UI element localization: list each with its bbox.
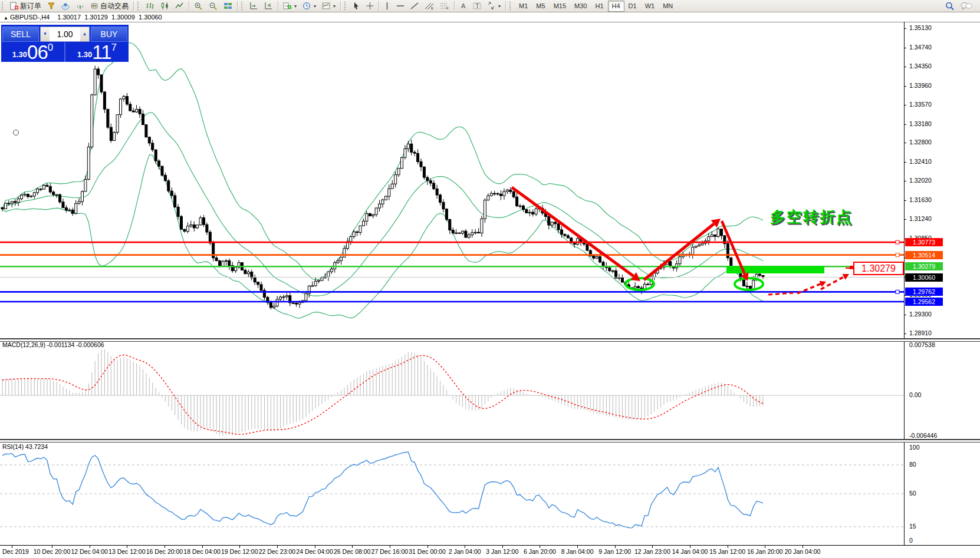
time-axis-label: 16 Dec 20:00 <box>146 548 183 555</box>
toolbar-grip[interactable] <box>2 2 5 10</box>
line-handle[interactable] <box>896 253 899 257</box>
tf-m30[interactable]: M30 <box>570 1 591 12</box>
cursor-icon <box>353 2 360 10</box>
circle-object-marker[interactable] <box>13 130 19 136</box>
search-icon <box>945 2 955 11</box>
vertical-line-button[interactable] <box>381 0 393 12</box>
time-axis-tick <box>465 546 465 548</box>
macd-histogram <box>2 349 763 435</box>
red-trend-arrow[interactable] <box>768 293 793 295</box>
text-icon: A <box>459 2 467 10</box>
channel-button[interactable]: E <box>422 0 437 12</box>
volume-down-button[interactable]: ▼ <box>41 27 50 41</box>
periods-button[interactable]: ▾ <box>300 0 319 12</box>
search-button[interactable] <box>942 0 958 12</box>
community-button[interactable] <box>58 0 73 12</box>
tf-m5[interactable]: M5 <box>532 1 549 12</box>
line-chart-button[interactable] <box>172 0 187 12</box>
panel-divider-rsi[interactable] <box>0 439 980 443</box>
time-axis-label: 9 Jan 12:00 <box>598 548 631 555</box>
time-axis-label: 16 Jan 20:00 <box>747 548 783 555</box>
tf-h1[interactable]: H1 <box>591 1 607 12</box>
templates-button[interactable]: ▾ <box>319 0 338 12</box>
time-axis-label: 19 Dec 12:00 <box>221 548 258 555</box>
candle-chart-button[interactable] <box>157 0 172 12</box>
macd-panel[interactable] <box>0 341 904 439</box>
panel-divider-macd[interactable] <box>0 338 980 342</box>
red-trend-arrow[interactable] <box>644 224 714 280</box>
auto-scroll-button[interactable] <box>246 0 261 12</box>
indicators-plus-icon <box>283 2 292 10</box>
chat-button[interactable] <box>958 0 975 12</box>
autotrading-button[interactable]: 自动交易 <box>87 0 131 12</box>
sell-button[interactable]: SELL <box>2 27 39 42</box>
new-order-button[interactable]: 新订单 <box>7 0 44 12</box>
price-axis[interactable]: 1.307731.305141.302791.300601.297621.295… <box>904 0 980 558</box>
cursor-button[interactable] <box>350 0 363 12</box>
price-tickmark <box>904 315 906 315</box>
bb-lower <box>2 155 763 318</box>
buy-price[interactable]: 1.30 11 7 <box>65 42 129 62</box>
bar-chart-button[interactable] <box>143 0 157 12</box>
line-chart-icon <box>175 2 184 10</box>
time-axis[interactable]: Dec 201910 Dec 20:0012 Dec 04:0013 Dec 1… <box>0 546 980 558</box>
text-label-button[interactable]: T <box>470 0 484 12</box>
sell-price[interactable]: 1.30 06 0 <box>1 42 65 62</box>
fibonacci-button[interactable]: F <box>437 0 452 12</box>
tf-d1[interactable]: D1 <box>624 1 641 12</box>
vertical-line-icon <box>384 2 390 10</box>
price-tick-label: 1.28910 <box>909 329 932 336</box>
volume-up-button[interactable]: ▲ <box>80 27 89 41</box>
collapse-triangle-icon[interactable]: ▲ <box>4 15 8 21</box>
rsi-tick-label: 50 <box>909 490 916 497</box>
tf-h4[interactable]: H4 <box>608 1 624 12</box>
time-axis-label: 12 Dec 04:00 <box>71 548 107 555</box>
price-tickmark <box>904 105 906 105</box>
time-axis-tick <box>540 546 540 548</box>
price-tag-1.29762: 1.29762 <box>905 288 943 296</box>
arrows-button[interactable]: ▾ <box>484 0 504 12</box>
time-axis-label: 18 Dec 04:00 <box>183 548 220 555</box>
red-trend-arrow[interactable] <box>512 187 633 276</box>
tile-windows-button[interactable] <box>221 0 235 12</box>
price-tickmark <box>904 28 906 29</box>
buy-button[interactable]: BUY <box>91 27 127 42</box>
new-order-icon <box>10 2 18 10</box>
callout-anchor-square <box>850 266 853 269</box>
bar-chart-icon <box>146 2 154 10</box>
favorites-button[interactable] <box>44 0 58 12</box>
price-tick-label: 1.34740 <box>909 44 932 51</box>
price-tickmark <box>904 334 906 334</box>
time-axis-label: 31 Dec 00:00 <box>409 548 445 555</box>
chart-shift-icon <box>264 2 273 10</box>
price-callout-label[interactable]: 1.30279 <box>853 262 904 275</box>
chart-shift-button[interactable] <box>261 0 276 12</box>
line-handle[interactable] <box>896 290 899 293</box>
arrow-objects-icon <box>487 2 496 10</box>
clock-icon <box>302 2 311 10</box>
macd-tick-label: 0.00 <box>909 391 921 398</box>
time-axis-label: 14 Jan 04:00 <box>672 548 708 555</box>
rsi-panel[interactable] <box>0 441 904 545</box>
main-chart-panel[interactable] <box>0 22 904 338</box>
svg-text:T: T <box>476 3 479 9</box>
indicators-button[interactable]: ▾ <box>280 0 300 12</box>
zoom-in-button[interactable] <box>191 0 206 12</box>
macd-label: MACD(12,26,9) -0.001134 -0.000606 <box>2 341 104 348</box>
crosshair-button[interactable] <box>363 0 377 12</box>
text-button[interactable]: A <box>456 0 470 12</box>
zoom-out-button[interactable] <box>206 0 221 12</box>
tf-w1[interactable]: W1 <box>641 1 659 12</box>
line-handle[interactable] <box>896 240 899 244</box>
auto-scroll-icon <box>249 2 258 10</box>
price-tag-1.30279: 1.30279 <box>905 262 943 270</box>
price-tick-label: 1.32020 <box>909 177 932 184</box>
trendline-button[interactable] <box>407 0 422 12</box>
volume-value[interactable]: 1.00 <box>50 27 80 41</box>
tf-m1[interactable]: M1 <box>515 1 532 12</box>
horizontal-line-button[interactable] <box>393 0 407 12</box>
volume-spinner: ▼ 1.00 ▲ <box>40 27 90 42</box>
tf-mn[interactable]: MN <box>659 1 677 12</box>
signals-button[interactable] <box>73 0 87 12</box>
tf-m15[interactable]: M15 <box>550 1 570 12</box>
